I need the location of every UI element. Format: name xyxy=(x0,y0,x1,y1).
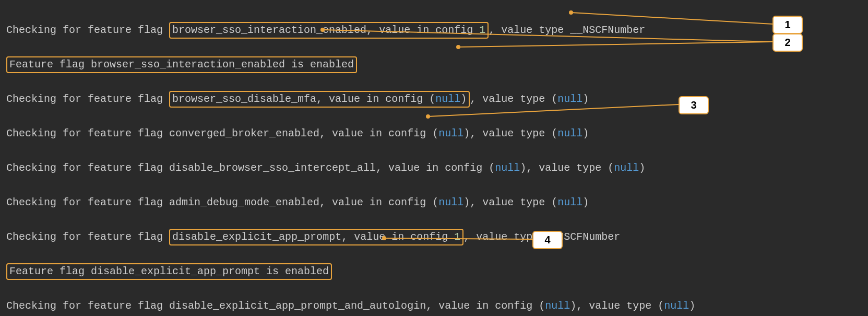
callout-label-2: 2 xyxy=(772,33,803,52)
log-text: ) xyxy=(689,300,695,312)
log-text: , value type __NSCFNumber xyxy=(489,24,645,36)
callout-label-3: 3 xyxy=(679,96,709,114)
log-text: Checking for feature flag disable_browse… xyxy=(6,162,495,174)
log-line: Checking for feature flag disable_explic… xyxy=(6,228,862,245)
log-line: Checking for feature flag disable_explic… xyxy=(6,297,862,314)
log-text: ) xyxy=(582,127,589,139)
log-text xyxy=(163,231,169,243)
log-number: 1 xyxy=(454,231,460,243)
callout-label-4: 4 xyxy=(532,231,563,249)
log-text: Feature flag disable_explicit_app_prompt… xyxy=(9,265,329,277)
log-null: null xyxy=(557,196,582,208)
log-text: Checking for feature flag xyxy=(6,24,169,36)
log-null: null xyxy=(614,162,639,174)
log-null: null xyxy=(438,127,463,139)
log-line: Checking for feature flag browser_sso_di… xyxy=(6,90,862,108)
log-null: null xyxy=(664,300,689,312)
log-text: ) xyxy=(582,196,589,208)
log-text: Checking for feature flag converged_brok… xyxy=(6,127,438,139)
highlight-box-3: disable_explicit_app_prompt, value in co… xyxy=(169,229,463,245)
log-null: null xyxy=(435,93,460,105)
log-text: browser_sso_disable_mfa, value in config… xyxy=(172,93,435,105)
log-null: null xyxy=(545,300,570,312)
log-text: ) xyxy=(460,93,467,105)
log-text: ) xyxy=(639,162,645,174)
log-text: disable_explicit_app_prompt, value in co… xyxy=(172,231,454,243)
log-text: ) xyxy=(582,93,589,105)
log-output: Checking for feature flag browser_sso_in… xyxy=(0,0,868,316)
log-line: Checking for feature flag admin_debug_mo… xyxy=(6,194,862,211)
log-text: browser_sso_interaction_enabled, value i… xyxy=(172,24,479,36)
log-line: Feature flag disable_explicit_app_prompt… xyxy=(6,263,862,280)
log-text: Checking for feature flag disable_explic… xyxy=(6,300,545,312)
highlight-box-1: browser_sso_interaction_enabled, value i… xyxy=(169,22,489,39)
log-text: ), value type ( xyxy=(520,162,614,174)
log-text: Checking for feature flag admin_debug_mo… xyxy=(6,196,438,208)
log-line: Feature flag browser_sso_interaction_ena… xyxy=(6,56,862,73)
log-text: ), value type ( xyxy=(463,196,557,208)
log-number: 1 xyxy=(479,24,485,36)
log-line: Checking for feature flag browser_sso_in… xyxy=(6,21,862,39)
log-text: Checking for feature flag xyxy=(6,93,169,105)
log-null: null xyxy=(495,162,520,174)
highlight-box-3b: Feature flag disable_explicit_app_prompt… xyxy=(6,263,332,280)
log-null: null xyxy=(557,93,582,105)
log-text: ), value type ( xyxy=(463,127,557,139)
log-text: Checking for feature flag xyxy=(6,231,163,243)
callout-label-1: 1 xyxy=(772,16,803,34)
log-line: Checking for feature flag disable_browse… xyxy=(6,159,862,177)
log-null: null xyxy=(438,196,463,208)
log-text: ), value type ( xyxy=(570,300,664,312)
log-line: Checking for feature flag converged_brok… xyxy=(6,125,862,142)
log-text: , value type ( xyxy=(470,93,557,105)
highlight-box-2b: browser_sso_disable_mfa, value in config… xyxy=(169,91,470,108)
log-null: null xyxy=(557,127,582,139)
highlight-box-2: Feature flag browser_sso_interaction_ena… xyxy=(6,56,357,73)
log-text: Feature flag browser_sso_interaction_ena… xyxy=(9,58,354,71)
